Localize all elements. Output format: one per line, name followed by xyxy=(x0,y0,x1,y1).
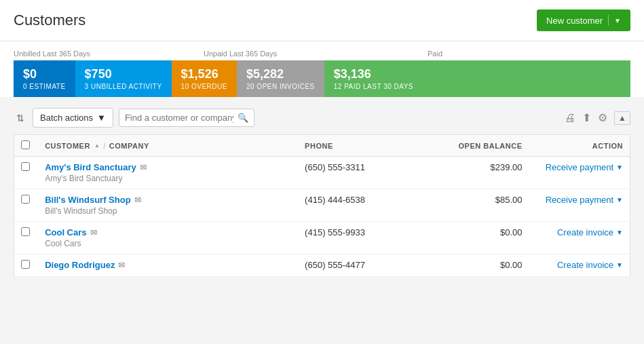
customer-company: Amy's Bird Sanctuary xyxy=(45,174,291,183)
table-row: Diego Rodriguez ✉ (650) 555-4477 $0.00 C… xyxy=(14,254,630,277)
toolbar: ⇅ Batch actions ▼ 🔍 🖨 ⬆ ⚙ xyxy=(14,108,630,128)
customer-phone: (650) 555-4477 xyxy=(305,260,365,270)
stat-tile-overdue-label: 10 OVERDUE xyxy=(181,83,227,90)
select-all-checkbox[interactable] xyxy=(21,140,30,149)
action-label: Receive payment xyxy=(546,195,613,205)
col-action-header: ACTION xyxy=(529,135,630,157)
stats-section: Unbilled Last 365 Days Unpaid Last 365 D… xyxy=(0,41,644,97)
email-icon: ✉ xyxy=(140,163,147,172)
col-phone-header: PHONE xyxy=(298,135,442,157)
stat-tile-overdue[interactable]: $1,526 10 OVERDUE xyxy=(172,60,237,97)
export-button[interactable]: ⬆ xyxy=(582,111,591,124)
chevron-down-icon: ▼ xyxy=(616,261,623,269)
customer-phone: (415) 444-6538 xyxy=(305,195,365,205)
chevron-down-icon: ▼ xyxy=(616,229,623,236)
stat-tile-open-amount: $5,282 xyxy=(246,67,315,81)
balance-col-label: OPEN BALANCE xyxy=(459,142,523,150)
chevron-down-icon: ▼ xyxy=(614,17,621,24)
row-action-cell: Receive payment ▼ xyxy=(529,157,630,189)
col-check-header xyxy=(14,135,39,157)
row-phone-cell: (650) 555-4477 xyxy=(298,254,442,277)
button-divider xyxy=(608,15,609,26)
customer-balance: $0.00 xyxy=(500,227,523,237)
action-col-label: ACTION xyxy=(592,142,623,150)
row-action-button[interactable]: Receive payment ▼ xyxy=(546,162,623,172)
stat-tile-open[interactable]: $5,282 20 OPEN INVOICES xyxy=(237,60,324,97)
chevron-down-icon: ▼ xyxy=(616,196,623,204)
stats-tiles: $0 0 ESTIMATE $750 3 UNBILLED ACTIVITY $… xyxy=(14,60,630,97)
stat-tile-paid[interactable]: $3,136 12 PAID LAST 30 DAYS xyxy=(324,60,630,97)
action-label: Receive payment xyxy=(546,162,613,172)
stat-tile-overdue-amount: $1,526 xyxy=(181,67,227,81)
table-row: Cool Cars ✉ Cool Cars (415) 555-9933 $0.… xyxy=(14,222,630,254)
stat-tile-estimate-amount: $0 xyxy=(23,67,66,81)
row-checkbox[interactable] xyxy=(21,260,30,269)
email-icon: ✉ xyxy=(134,195,141,205)
stats-labels: Unbilled Last 365 Days Unpaid Last 365 D… xyxy=(14,50,630,60)
row-action-button[interactable]: Create invoice ▼ xyxy=(557,260,623,270)
action-label: Create invoice xyxy=(557,227,613,237)
row-action-cell: Create invoice ▼ xyxy=(529,222,630,254)
customer-name[interactable]: Diego Rodriguez ✉ xyxy=(45,260,291,270)
page-title: Customers xyxy=(14,12,86,29)
row-customer-cell: Amy's Bird Sanctuary ✉ Amy's Bird Sanctu… xyxy=(38,157,298,189)
email-icon: ✉ xyxy=(90,228,97,237)
row-check-cell xyxy=(14,254,39,277)
settings-button[interactable]: ⚙ xyxy=(598,111,607,124)
row-checkbox[interactable] xyxy=(21,227,30,236)
sort-toggle-button[interactable]: ⇅ xyxy=(14,110,27,126)
paid-label: Paid xyxy=(428,50,630,58)
stat-tile-estimate[interactable]: $0 0 ESTIMATE xyxy=(14,60,75,97)
chevron-up-icon: ▲ xyxy=(618,113,626,123)
customer-company: Cool Cars xyxy=(45,239,291,248)
print-button[interactable]: 🖨 xyxy=(565,112,575,124)
customer-phone: (415) 555-9933 xyxy=(305,227,365,237)
table-row: Amy's Bird Sanctuary ✉ Amy's Bird Sanctu… xyxy=(14,157,630,189)
row-phone-cell: (415) 555-9933 xyxy=(298,222,442,254)
row-checkbox[interactable] xyxy=(21,195,30,204)
table-header: CUSTOMER ▲ / COMPANY PHONE OPEN BALANCE … xyxy=(14,135,630,157)
row-customer-cell: Bill's Windsurf Shop ✉ Bill's Windsurf S… xyxy=(38,189,298,222)
row-phone-cell: (650) 555-3311 xyxy=(298,157,442,189)
customer-table: CUSTOMER ▲ / COMPANY PHONE OPEN BALANCE … xyxy=(14,134,630,277)
customer-name[interactable]: Amy's Bird Sanctuary ✉ xyxy=(45,162,291,172)
row-balance-cell: $85.00 xyxy=(442,189,529,222)
phone-col-label: PHONE xyxy=(305,142,333,150)
email-icon: ✉ xyxy=(118,261,125,270)
customer-name[interactable]: Bill's Windsurf Shop ✉ xyxy=(45,195,291,205)
customer-col-label: CUSTOMER xyxy=(45,142,90,150)
action-label: Create invoice xyxy=(557,260,613,270)
row-checkbox[interactable] xyxy=(21,162,30,171)
row-customer-cell: Cool Cars ✉ Cool Cars xyxy=(38,222,298,254)
page: Customers New customer ▼ Unbilled Last 3… xyxy=(0,0,644,344)
scroll-up-button[interactable]: ▲ xyxy=(614,111,630,125)
unbilled-label: Unbilled Last 365 Days xyxy=(14,50,204,58)
toolbar-right: 🖨 ⬆ ⚙ ▲ xyxy=(565,111,630,125)
col-customer-header[interactable]: CUSTOMER ▲ / COMPANY xyxy=(38,135,298,157)
row-balance-cell: $0.00 xyxy=(442,254,529,277)
search-input[interactable] xyxy=(125,113,233,123)
row-action-button[interactable]: Receive payment ▼ xyxy=(546,195,623,205)
customer-balance: $239.00 xyxy=(491,162,523,172)
customer-balance: $85.00 xyxy=(495,195,523,205)
stat-tile-paid-amount: $3,136 xyxy=(334,67,621,81)
stat-tile-paid-label: 12 PAID LAST 30 DAYS xyxy=(334,83,621,90)
stat-tile-open-label: 20 OPEN INVOICES xyxy=(246,83,315,90)
chevron-down-icon: ▼ xyxy=(616,164,623,171)
row-check-cell xyxy=(14,189,39,222)
stat-tile-unbilled[interactable]: $750 3 UNBILLED ACTIVITY xyxy=(75,60,172,97)
row-action-button[interactable]: Create invoice ▼ xyxy=(557,227,623,237)
table-body: Amy's Bird Sanctuary ✉ Amy's Bird Sanctu… xyxy=(14,157,630,277)
stat-tile-estimate-label: 0 ESTIMATE xyxy=(23,83,66,90)
customer-name[interactable]: Cool Cars ✉ xyxy=(45,227,291,237)
stat-tile-unbilled-amount: $750 xyxy=(85,67,162,81)
new-customer-button[interactable]: New customer ▼ xyxy=(537,9,630,31)
unpaid-label: Unpaid Last 365 Days xyxy=(204,50,428,58)
row-check-cell xyxy=(14,157,39,189)
gear-icon: ⚙ xyxy=(598,112,607,123)
table-row: Bill's Windsurf Shop ✉ Bill's Windsurf S… xyxy=(14,189,630,222)
search-box: 🔍 xyxy=(119,109,254,127)
export-icon: ⬆ xyxy=(582,112,591,123)
sort-arrows-icon: ▲ xyxy=(94,143,100,149)
batch-actions-button[interactable]: Batch actions ▼ xyxy=(33,108,113,128)
